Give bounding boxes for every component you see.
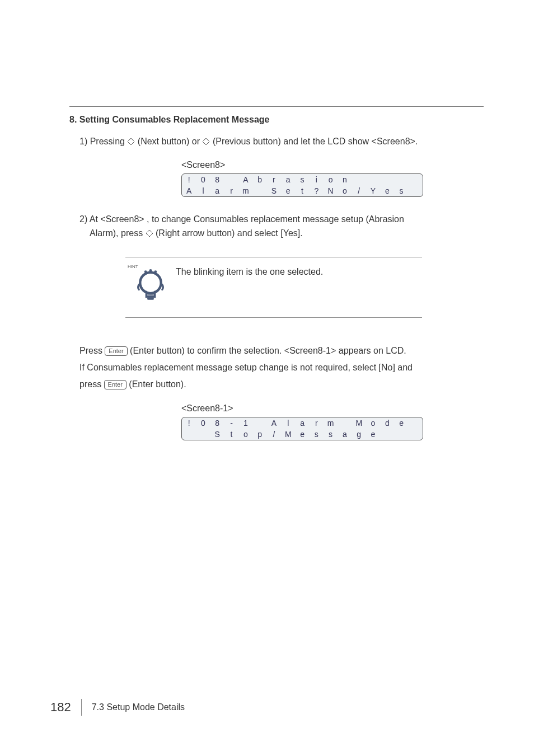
lcd-cell: s	[324, 429, 338, 440]
lcd-cell	[394, 429, 408, 440]
lcd-cell	[224, 174, 238, 185]
lcd-cell	[409, 185, 423, 196]
lcd-cell	[252, 185, 266, 196]
footer-separator	[81, 699, 82, 716]
page-number: 182	[50, 700, 81, 715]
lcd-cell: i	[310, 174, 324, 185]
lcd-cell	[252, 417, 266, 429]
right-arrow-button-icon	[146, 229, 153, 237]
lcd-cell: m	[238, 185, 252, 196]
lcd-cell	[409, 429, 423, 440]
lcd-cell	[394, 174, 408, 185]
lcd-cell: s	[310, 429, 324, 440]
lcd-cell: e	[366, 429, 380, 440]
paragraph-block: Press Enter (Enter button) to confirm th…	[79, 342, 484, 392]
lcd-cell	[338, 417, 352, 429]
screen8-1-caption: <Screen8-1>	[181, 403, 484, 414]
lcd-cell: n	[338, 174, 352, 185]
lcd-cell: r	[224, 185, 238, 196]
lcd-cell	[182, 429, 196, 440]
step-1-text-c: (Previous button) and let the LCD show <…	[213, 137, 418, 146]
lcd-cell	[380, 174, 394, 185]
lcd-cell: s	[394, 185, 408, 196]
lcd-cell	[380, 429, 394, 440]
step-2: 2) At <Screen8> , to change Consumables …	[79, 213, 484, 241]
para-b: (Enter button) to confirm the selection.…	[130, 346, 406, 355]
screen8-caption: <Screen8>	[181, 160, 484, 170]
lcd-cell: r	[267, 174, 281, 185]
lcd-cell: A	[238, 174, 252, 185]
para-c: If Consumables replacement message setup…	[79, 359, 484, 376]
lcd-cell: !	[182, 174, 196, 185]
svg-marker-0	[128, 138, 134, 145]
lcd-cell: A	[182, 185, 196, 196]
step-2-line1: 2) At <Screen8> , to change Consumables …	[79, 213, 484, 227]
lcd-cell: o	[324, 174, 338, 185]
lcd-cell: l	[281, 417, 295, 429]
lcd-cell: o	[338, 185, 352, 196]
svg-point-9	[154, 271, 157, 274]
svg-marker-1	[203, 138, 209, 145]
lcd-cell: o	[366, 417, 380, 429]
lcd-cell	[352, 174, 366, 185]
lcd-cell: !	[182, 417, 196, 429]
screen8-1-block: <Screen8-1> !08-1 Alarm Mode Stop/Messag…	[181, 403, 484, 440]
lcd-cell: 8	[210, 417, 224, 429]
lcd-cell: /	[267, 429, 281, 440]
lcd-cell: A	[267, 417, 281, 429]
step-1-text-b: (Next button) or	[138, 137, 203, 146]
section-heading: 8. Setting Consumables Replacement Messa…	[69, 115, 484, 125]
lcd-cell: d	[380, 417, 394, 429]
lcd-cell: g	[352, 429, 366, 440]
hint-icon-block: HINT	[125, 264, 176, 307]
lcd-cell: e	[380, 185, 394, 196]
footer-section-title: 7.3 Setup Mode Details	[92, 702, 185, 712]
next-button-icon	[127, 138, 135, 145]
lcd-cell: M	[352, 417, 366, 429]
lcd-cell: ?	[310, 185, 324, 196]
lcd-cell: Y	[366, 185, 380, 196]
page-footer: 182 7.3 Setup Mode Details	[50, 699, 185, 716]
screen8-block: <Screen8> !08 Abrasion Alarm Set?No/Yes	[181, 160, 484, 197]
enter-key-icon: Enter	[105, 346, 127, 356]
lcd-cell: e	[281, 185, 295, 196]
lcd-cell: a	[295, 417, 309, 429]
lcd-cell: l	[196, 185, 210, 196]
lcd-cell: -	[224, 417, 238, 429]
step-1: 1) Pressing (Next button) or (Previous b…	[79, 135, 484, 149]
lcd-cell	[409, 417, 423, 429]
svg-point-7	[144, 271, 147, 274]
para-e: (Enter button).	[129, 379, 186, 389]
previous-button-icon	[202, 138, 210, 145]
step-2-text-b: Alarm), press	[90, 228, 146, 238]
lcd-cell: t	[295, 185, 309, 196]
lcd-cell: s	[295, 174, 309, 185]
step-1-text-a: 1) Pressing	[79, 137, 127, 146]
hint-box: HINT The blinking item is the one select…	[125, 257, 422, 318]
lcd-cell: N	[324, 185, 338, 196]
lcd-cell: a	[338, 429, 352, 440]
horizontal-rule	[69, 106, 484, 107]
lcd-cell: e	[394, 417, 408, 429]
lcd-cell: M	[281, 429, 295, 440]
lcd-cell: 8	[210, 174, 224, 185]
lcd-cell: 0	[196, 174, 210, 185]
step-2-text-c: (Right arrow button) and select [Yes].	[156, 228, 303, 238]
enter-key-icon-2: Enter	[104, 380, 127, 389]
lcd-cell: t	[224, 429, 238, 440]
lcd-cell: m	[324, 417, 338, 429]
lcd-cell: S	[267, 185, 281, 196]
lcd-cell	[366, 174, 380, 185]
lcd-cell	[409, 174, 423, 185]
lcd-cell: S	[210, 429, 224, 440]
lcd-screen8-1: !08-1 Alarm Mode Stop/Message	[181, 417, 423, 440]
lcd-cell: p	[252, 429, 266, 440]
lcd-screen8: !08 Abrasion Alarm Set?No/Yes	[181, 173, 423, 197]
lcd-cell: e	[295, 429, 309, 440]
hint-text: The blinking item is the one selected.	[176, 264, 323, 279]
para-d: press	[79, 379, 104, 389]
lcd-cell: b	[252, 174, 266, 185]
lcd-cell: r	[310, 417, 324, 429]
svg-marker-2	[146, 230, 153, 237]
lcd-cell: o	[238, 429, 252, 440]
